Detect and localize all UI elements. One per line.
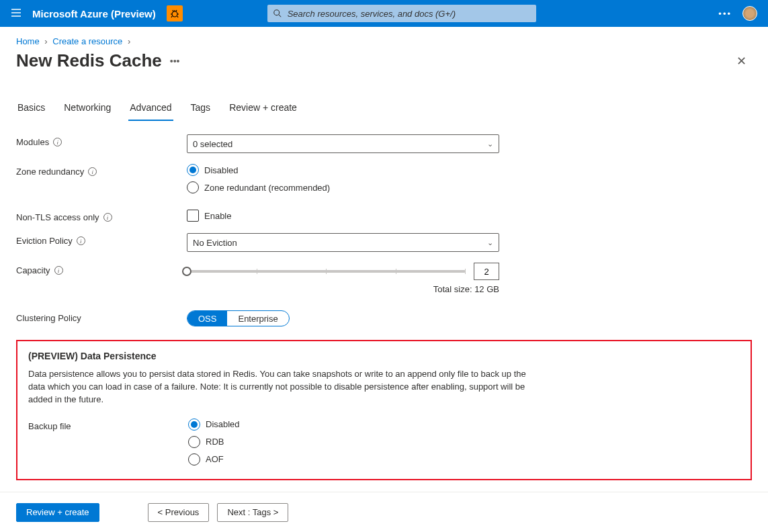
tab-bar: Basics Networking Advanced Tags Review +… — [16, 98, 752, 121]
persistence-desc: Data persistence allows you to persist d… — [28, 368, 532, 406]
page-more-icon[interactable]: ••• — [170, 56, 180, 66]
info-icon[interactable]: i — [77, 236, 85, 245]
previous-button[interactable]: < Previous — [148, 503, 210, 522]
info-icon[interactable]: i — [53, 138, 62, 146]
review-create-button[interactable]: Review + create — [16, 503, 99, 522]
eviction-dropdown[interactable]: No Eviction ⌄ — [187, 233, 499, 252]
zone-label: Zone redundancy i — [16, 164, 187, 177]
close-button[interactable]: ✕ — [731, 51, 752, 71]
search-box[interactable] — [267, 5, 536, 22]
clustering-label: Clustering Policy — [16, 310, 187, 323]
info-icon[interactable]: i — [54, 266, 63, 275]
zone-redundant-radio[interactable]: Zone redundant (recommended) — [187, 181, 499, 193]
tab-review[interactable]: Review + create — [228, 98, 298, 121]
footer-bar: Review + create < Previous Next : Tags > — [0, 492, 768, 532]
backup-disabled-radio[interactable]: Disabled — [188, 418, 501, 431]
modules-dropdown[interactable]: 0 selected ⌄ — [187, 134, 499, 153]
modules-label: Modules i — [16, 134, 187, 147]
clustering-toggle[interactable]: OSS Enterprise — [187, 310, 290, 326]
breadcrumb: Home › Create a resource › — [0, 27, 768, 50]
backup-label: Backup file — [28, 418, 188, 431]
eviction-label: Eviction Policy i — [16, 233, 187, 246]
user-avatar[interactable] — [742, 6, 757, 21]
breadcrumb-create[interactable]: Create a resource — [52, 36, 122, 46]
search-input[interactable] — [288, 9, 531, 19]
chevron-right-icon: › — [44, 36, 47, 46]
page-title: New Redis Cache — [16, 50, 162, 71]
backup-aof-radio[interactable]: AOF — [188, 453, 501, 466]
backup-rdb-radio[interactable]: RDB — [188, 436, 501, 448]
geo-replication-heading: Active geo-replication — [16, 480, 752, 482]
zone-disabled-radio[interactable]: Disabled — [187, 164, 499, 176]
hamburger-menu[interactable] — [11, 7, 22, 20]
next-button[interactable]: Next : Tags > — [217, 503, 288, 522]
info-icon[interactable]: i — [88, 167, 97, 176]
capacity-total: Total size: 12 GB — [433, 284, 499, 294]
tab-basics[interactable]: Basics — [16, 98, 46, 121]
svg-point-1 — [273, 10, 279, 15]
more-icon[interactable]: ••• — [718, 9, 732, 19]
capacity-label: Capacity i — [16, 263, 187, 275]
clustering-enterprise[interactable]: Enterprise — [227, 311, 288, 326]
chevron-down-icon: ⌄ — [487, 140, 493, 148]
tab-tags[interactable]: Tags — [189, 98, 212, 121]
nontls-checkbox[interactable]: Enable — [187, 210, 499, 222]
search-icon — [273, 9, 282, 18]
slider-thumb[interactable] — [182, 267, 191, 276]
tab-advanced[interactable]: Advanced — [128, 98, 173, 121]
breadcrumb-home[interactable]: Home — [16, 36, 40, 46]
svg-point-0 — [172, 11, 177, 17]
brand-title: Microsoft Azure (Preview) — [32, 8, 156, 19]
capacity-input[interactable] — [474, 263, 499, 280]
chevron-down-icon: ⌄ — [487, 238, 493, 247]
clustering-oss[interactable]: OSS — [187, 311, 227, 326]
info-icon[interactable]: i — [103, 213, 112, 222]
tab-networking[interactable]: Networking — [62, 98, 112, 121]
persistence-title: (PREVIEW) Data Persistence — [28, 351, 740, 361]
chevron-right-icon: › — [128, 36, 130, 46]
data-persistence-section: (PREVIEW) Data Persistence Data persiste… — [16, 340, 752, 480]
nontls-label: Non-TLS access only i — [16, 210, 187, 222]
capacity-slider[interactable] — [187, 270, 466, 273]
bug-icon[interactable] — [167, 5, 183, 21]
